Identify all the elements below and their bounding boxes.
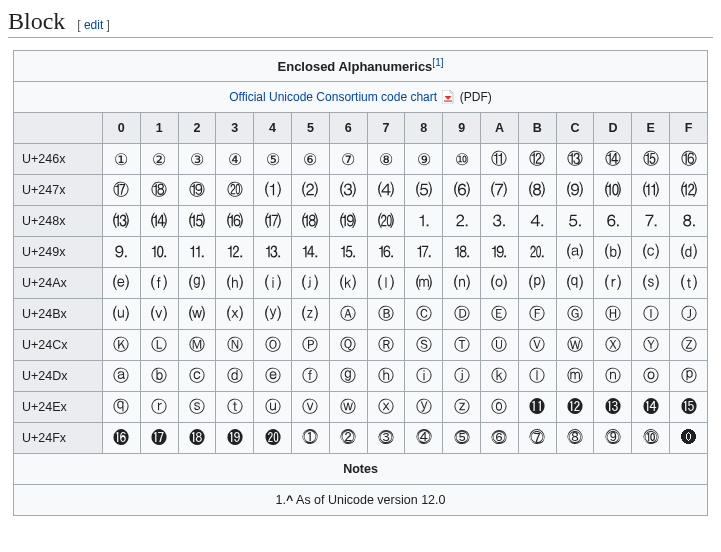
code-point-cell: ⓾ (632, 423, 670, 454)
code-point-cell: ⑺ (481, 175, 519, 206)
code-point-cell: ⓝ (594, 361, 632, 392)
code-point-cell: ⒀ (102, 206, 140, 237)
code-point-cell: ⒬ (556, 268, 594, 299)
code-point-cell: Ⓘ (632, 299, 670, 330)
column-header-row: 0 1 2 3 4 5 6 7 8 9 A B C D E F (14, 113, 708, 144)
row-header: U+247x (14, 175, 103, 206)
code-point-cell: ⒑ (140, 237, 178, 268)
code-point-cell: ⓔ (254, 361, 292, 392)
code-point-cell: ⒕ (291, 237, 329, 268)
section-title: Block (8, 8, 65, 34)
code-point-cell: ⑵ (291, 175, 329, 206)
code-point-cell: ⓷ (367, 423, 405, 454)
code-point-cell: ⓽ (594, 423, 632, 454)
row-header: U+24Cx (14, 330, 103, 361)
code-point-cell: ⒐ (102, 237, 140, 268)
code-point-cell: ⓼ (556, 423, 594, 454)
note-number: 1. (276, 493, 286, 507)
code-point-cell: ⒏ (670, 206, 708, 237)
code-point-cell: ⓶ (329, 423, 367, 454)
code-point-cell: ⓻ (518, 423, 556, 454)
code-point-cell: ⓑ (140, 361, 178, 392)
code-point-cell: ⑽ (594, 175, 632, 206)
code-point-cell: ⓭ (594, 392, 632, 423)
code-point-cell: Ⓡ (367, 330, 405, 361)
code-point-cell: ⒨ (405, 268, 443, 299)
code-point-cell: ⒉ (443, 206, 481, 237)
code-point-cell: ⓨ (405, 392, 443, 423)
code-point-cell: ⒝ (594, 237, 632, 268)
chart-title-row: Enclosed Alphanumerics[1] (14, 51, 708, 82)
chart-title-ref[interactable]: [1] (432, 57, 443, 68)
code-point-cell: Ⓐ (329, 299, 367, 330)
code-point-cell: ⒒ (178, 237, 216, 268)
code-point-cell: ⓞ (632, 361, 670, 392)
code-point-cell: Ⓟ (291, 330, 329, 361)
col-header: 5 (291, 113, 329, 144)
code-point-cell: ⑳ (216, 175, 254, 206)
code-point-cell: ⓤ (254, 392, 292, 423)
row-header: U+246x (14, 144, 103, 175)
code-point-cell: ⒟ (670, 237, 708, 268)
code-point-cell: ⓧ (367, 392, 405, 423)
col-header: 7 (367, 113, 405, 144)
code-point-cell: Ⓑ (367, 299, 405, 330)
code-point-cell: ⒌ (556, 206, 594, 237)
code-point-cell: ⓕ (291, 361, 329, 392)
code-point-cell: ⓜ (556, 361, 594, 392)
col-header: 6 (329, 113, 367, 144)
code-point-cell: ⓣ (216, 392, 254, 423)
code-point-cell: ⑿ (670, 175, 708, 206)
table-row: U+247x⑰⑱⑲⑳⑴⑵⑶⑷⑸⑹⑺⑻⑼⑽⑾⑿ (14, 175, 708, 206)
chart-title: Enclosed Alphanumerics (278, 60, 433, 75)
code-point-cell: Ⓜ (178, 330, 216, 361)
col-header: 8 (405, 113, 443, 144)
code-point-cell: ⑫ (518, 144, 556, 175)
code-point-cell: ⓖ (329, 361, 367, 392)
code-point-cell: ⓐ (102, 361, 140, 392)
code-point-cell: ⓲ (178, 423, 216, 454)
code-point-cell: ⑩ (443, 144, 481, 175)
code-point-cell: ⓵ (291, 423, 329, 454)
unicode-code-chart: Enclosed Alphanumerics[1] Official Unico… (13, 50, 708, 516)
code-point-cell: ⓠ (102, 392, 140, 423)
code-point-cell: ⓡ (140, 392, 178, 423)
edit-section-link[interactable]: [ edit ] (77, 18, 110, 32)
row-header: U+24Dx (14, 361, 103, 392)
row-header: U+24Ex (14, 392, 103, 423)
code-point-cell: Ⓥ (518, 330, 556, 361)
col-header: F (670, 113, 708, 144)
official-chart-link[interactable]: Official Unicode Consortium code chart (229, 90, 437, 104)
code-point-cell: ⒄ (254, 206, 292, 237)
code-point-cell: ⑬ (556, 144, 594, 175)
code-point-cell: ⑷ (367, 175, 405, 206)
code-point-cell: ⒍ (594, 206, 632, 237)
code-point-cell: ⒈ (405, 206, 443, 237)
corner-cell (14, 113, 103, 144)
svg-rect-0 (444, 101, 452, 102)
code-point-cell: ⓫ (518, 392, 556, 423)
code-point-cell: ⒓ (216, 237, 254, 268)
col-header: 1 (140, 113, 178, 144)
code-point-cell: ⓱ (140, 423, 178, 454)
code-point-cell: ⒋ (518, 206, 556, 237)
code-point-cell: ⒧ (367, 268, 405, 299)
code-point-cell: ⒠ (102, 268, 140, 299)
code-point-cell: ⒰ (102, 299, 140, 330)
code-point-cell: ⓿ (670, 423, 708, 454)
code-point-cell: ⒤ (254, 268, 292, 299)
code-point-cell: ⒴ (254, 299, 292, 330)
code-point-cell: ⑶ (329, 175, 367, 206)
note-text: As of Unicode version 12.0 (293, 493, 445, 507)
code-point-cell: ⒪ (481, 268, 519, 299)
code-point-cell: ⒩ (443, 268, 481, 299)
code-point-cell: ③ (178, 144, 216, 175)
notes-item-row: 1.^ As of Unicode version 12.0 (14, 485, 708, 516)
code-point-cell: ⑲ (178, 175, 216, 206)
code-point-cell: ⓬ (556, 392, 594, 423)
row-header: U+249x (14, 237, 103, 268)
code-point-cell: ⒦ (329, 268, 367, 299)
code-point-cell: ⑭ (594, 144, 632, 175)
notes-heading-row: Notes (14, 454, 708, 485)
code-point-cell: ⓙ (443, 361, 481, 392)
